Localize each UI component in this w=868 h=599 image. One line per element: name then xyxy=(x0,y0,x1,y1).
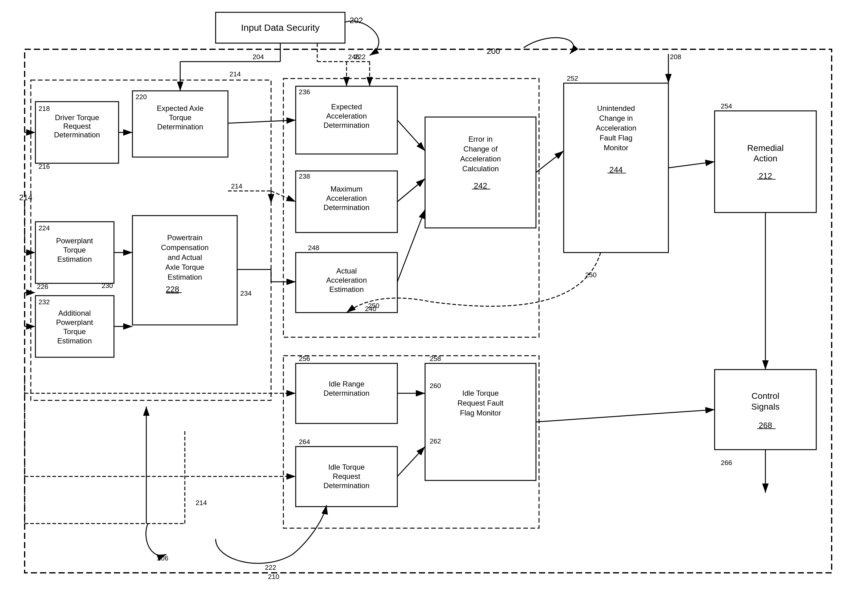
num-200: 200 xyxy=(487,47,500,56)
svg-text:Acceleration: Acceleration xyxy=(326,194,367,202)
svg-text:Axle Torque: Axle Torque xyxy=(165,263,204,271)
num-250: 250 xyxy=(368,302,379,310)
svg-text:Acceleration: Acceleration xyxy=(460,155,501,163)
num-266: 266 xyxy=(721,459,732,467)
svg-text:Request: Request xyxy=(63,122,91,130)
svg-text:and Actual: and Actual xyxy=(168,253,202,262)
num-204: 204 xyxy=(253,53,264,61)
num-264: 264 xyxy=(299,438,310,445)
svg-text:Idle Torque: Idle Torque xyxy=(328,463,365,471)
num-222-bottom: 222 xyxy=(265,564,276,571)
num-226: 226 xyxy=(37,283,48,290)
svg-line-100 xyxy=(536,151,564,173)
svg-text:Estimation: Estimation xyxy=(57,255,92,263)
svg-text:Monitor: Monitor xyxy=(604,143,628,152)
svg-text:Idle Torque: Idle Torque xyxy=(462,389,499,397)
num-252: 252 xyxy=(567,75,578,82)
svg-text:Powerplant: Powerplant xyxy=(56,236,93,245)
svg-text:Fault Flag: Fault Flag xyxy=(600,134,633,142)
num-260: 260 xyxy=(430,382,441,390)
num-208: 208 xyxy=(670,53,681,61)
svg-text:Acceleration: Acceleration xyxy=(326,276,367,284)
diagram-svg: Input Data Security 202 200 Driver Torqu… xyxy=(0,0,868,599)
svg-line-105 xyxy=(397,447,425,476)
svg-text:Calculation: Calculation xyxy=(462,164,499,173)
svg-text:Action: Action xyxy=(754,154,778,163)
svg-text:Determination: Determination xyxy=(54,131,100,139)
svg-line-101 xyxy=(668,162,715,168)
svg-text:Estimation: Estimation xyxy=(57,337,92,345)
num-258: 258 xyxy=(430,355,441,363)
svg-text:Change in: Change in xyxy=(599,114,633,122)
svg-rect-67 xyxy=(425,363,536,480)
svg-text:Estimation: Estimation xyxy=(329,285,364,293)
num-262: 262 xyxy=(430,437,441,445)
num-214-left: 214 xyxy=(19,193,32,202)
svg-text:Signals: Signals xyxy=(751,402,779,411)
svg-text:Additional: Additional xyxy=(58,309,90,317)
svg-text:Determination: Determination xyxy=(323,482,369,490)
svg-text:Torque: Torque xyxy=(63,246,86,254)
svg-text:Determination: Determination xyxy=(323,203,369,212)
svg-text:Change of: Change of xyxy=(463,145,498,153)
svg-text:Acceleration: Acceleration xyxy=(326,112,367,120)
svg-text:Torque: Torque xyxy=(169,113,191,122)
svg-text:Compensation: Compensation xyxy=(161,243,209,251)
svg-text:Powertrain: Powertrain xyxy=(167,233,203,242)
svg-text:Unintended: Unintended xyxy=(597,104,635,113)
svg-text:Expected: Expected xyxy=(331,102,362,111)
diagram-container: Input Data Security 202 200 Driver Torqu… xyxy=(0,0,868,599)
num-214-top: 214 xyxy=(229,70,241,78)
num-256: 256 xyxy=(299,355,310,363)
num-234: 234 xyxy=(240,289,252,297)
svg-text:Estimation: Estimation xyxy=(168,273,202,281)
svg-text:Powerplant: Powerplant xyxy=(56,318,93,327)
num-214-bottom: 214 xyxy=(196,499,207,507)
svg-text:Control: Control xyxy=(752,391,779,401)
num-238: 238 xyxy=(299,173,310,180)
num-210: 210 xyxy=(268,573,279,581)
num-218: 218 xyxy=(39,105,50,113)
num-202: 202 xyxy=(350,16,363,25)
svg-text:Error in: Error in xyxy=(468,135,493,143)
svg-text:Determination: Determination xyxy=(323,121,369,129)
num-236: 236 xyxy=(299,88,310,96)
svg-text:Torque: Torque xyxy=(63,327,86,336)
svg-line-106 xyxy=(536,409,715,422)
svg-text:Request: Request xyxy=(332,472,360,480)
svg-text:Acceleration: Acceleration xyxy=(596,124,636,132)
svg-text:Remedial: Remedial xyxy=(747,143,784,153)
num-214-mid: 214 xyxy=(231,182,242,190)
num-224: 224 xyxy=(39,224,50,232)
num-220: 220 xyxy=(135,93,147,101)
svg-line-97 xyxy=(397,120,425,151)
svg-text:Determination: Determination xyxy=(323,389,369,397)
svg-text:Flag Monitor: Flag Monitor xyxy=(460,409,501,417)
num-254: 254 xyxy=(721,102,732,110)
svg-text:Determination: Determination xyxy=(157,123,203,131)
svg-text:Actual: Actual xyxy=(336,267,357,275)
num-246: 246 xyxy=(348,53,360,61)
num-232: 232 xyxy=(39,298,50,306)
svg-text:Idle Range: Idle Range xyxy=(329,380,364,388)
svg-line-98 xyxy=(397,179,425,202)
num-230: 230 xyxy=(102,282,113,289)
svg-rect-31 xyxy=(296,86,397,154)
svg-line-84 xyxy=(228,120,296,123)
svg-line-99 xyxy=(397,209,425,282)
svg-text:Maximum: Maximum xyxy=(331,185,363,193)
svg-text:Driver Torque: Driver Torque xyxy=(55,113,99,122)
input-data-security-label: Input Data Security xyxy=(241,23,319,33)
svg-text:Request Fault: Request Fault xyxy=(457,399,504,407)
num-248: 248 xyxy=(308,244,319,251)
num-250-right: 250 xyxy=(585,271,597,279)
svg-text:Expected Axle: Expected Axle xyxy=(157,104,204,113)
num-216: 216 xyxy=(39,163,50,170)
